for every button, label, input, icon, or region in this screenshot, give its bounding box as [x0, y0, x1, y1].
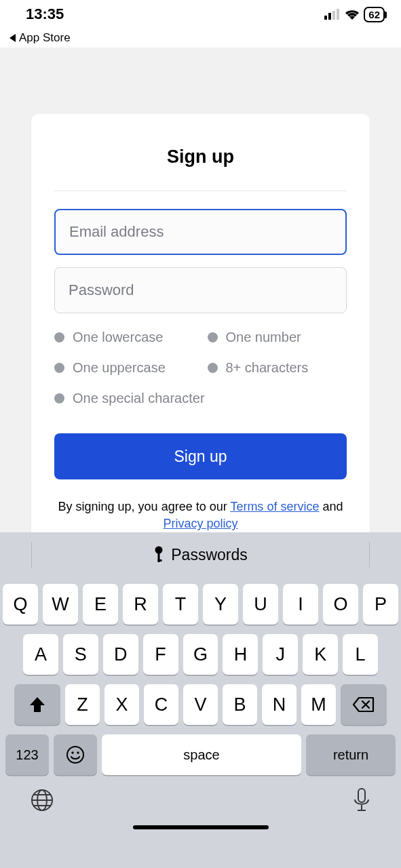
- back-triangle-icon: [9, 34, 16, 42]
- status-bar: 13:35 62: [0, 0, 401, 28]
- svg-rect-6: [158, 559, 162, 561]
- privacy-link[interactable]: Privacy policy: [163, 517, 237, 530]
- key-c[interactable]: C: [144, 684, 178, 725]
- cellular-icon: [324, 9, 341, 20]
- rule-special: One special character: [54, 391, 347, 406]
- back-label: App Store: [19, 31, 71, 45]
- rule-label: One number: [226, 330, 301, 345]
- key-l[interactable]: L: [343, 634, 378, 675]
- key-g[interactable]: G: [183, 634, 218, 675]
- key-row-4: 123 space return: [3, 734, 398, 775]
- key-h[interactable]: H: [223, 634, 258, 675]
- rule-dot-icon: [54, 363, 64, 373]
- status-time: 13:35: [26, 5, 64, 23]
- rule-lowercase: One lowercase: [54, 330, 194, 345]
- svg-rect-2: [332, 11, 335, 20]
- key-return[interactable]: return: [306, 734, 396, 775]
- mic-icon[interactable]: [352, 787, 371, 813]
- svg-rect-0: [324, 16, 327, 20]
- svg-point-4: [155, 547, 163, 554]
- rule-dot-icon: [208, 363, 218, 373]
- key-shift[interactable]: [14, 684, 60, 725]
- svg-point-9: [77, 751, 79, 753]
- key-row-2: A S D F G H J K L: [3, 634, 398, 675]
- key-m[interactable]: M: [301, 684, 336, 725]
- key-t[interactable]: T: [163, 584, 198, 625]
- key-a[interactable]: A: [23, 634, 58, 675]
- passwords-label: Passwords: [171, 546, 247, 564]
- status-icons: 62: [324, 7, 385, 22]
- key-backspace[interactable]: [341, 684, 387, 725]
- agree-prefix: By signing up, you agree to our: [58, 500, 231, 513]
- key-p[interactable]: P: [363, 584, 398, 625]
- key-z[interactable]: Z: [65, 684, 100, 725]
- key-v[interactable]: V: [183, 684, 218, 725]
- rule-uppercase: One uppercase: [54, 360, 194, 376]
- key-emoji[interactable]: [54, 734, 97, 775]
- home-indicator[interactable]: [133, 825, 269, 829]
- svg-rect-1: [328, 13, 331, 20]
- wifi-icon: [345, 9, 360, 20]
- key-i[interactable]: I: [283, 584, 318, 625]
- rule-chars: 8+ characters: [208, 360, 347, 376]
- page-title: Sign up: [54, 146, 347, 167]
- svg-rect-13: [358, 789, 365, 802]
- separator: [31, 542, 32, 568]
- key-u[interactable]: U: [243, 584, 278, 625]
- keyboard: Passwords Q W E R T Y U I O P A S D F G …: [0, 532, 401, 868]
- key-w[interactable]: W: [43, 584, 78, 625]
- rule-label: One lowercase: [73, 330, 163, 345]
- rule-label: One uppercase: [73, 360, 166, 376]
- key-f[interactable]: F: [143, 634, 178, 675]
- divider: [54, 191, 347, 191]
- password-rules: One lowercase One number One uppercase 8…: [54, 330, 347, 406]
- svg-point-8: [71, 751, 73, 753]
- key-space[interactable]: space: [102, 734, 301, 775]
- rule-dot-icon: [54, 393, 64, 403]
- globe-icon[interactable]: [30, 788, 54, 812]
- key-k[interactable]: K: [303, 634, 338, 675]
- key-j[interactable]: J: [263, 634, 298, 675]
- content-area: Sign up One lowercase One number One upp…: [0, 47, 401, 532]
- email-field[interactable]: [54, 209, 347, 255]
- agree-mid: and: [319, 500, 343, 513]
- key-d[interactable]: D: [103, 634, 138, 675]
- key-r[interactable]: R: [123, 584, 158, 625]
- key-x[interactable]: X: [104, 684, 139, 725]
- back-to-app[interactable]: App Store: [0, 28, 401, 47]
- key-icon: [153, 546, 164, 564]
- key-e[interactable]: E: [83, 584, 118, 625]
- svg-point-7: [67, 747, 83, 763]
- signup-card: Sign up One lowercase One number One upp…: [31, 114, 370, 539]
- password-field[interactable]: [54, 267, 347, 313]
- key-numbers[interactable]: 123: [5, 734, 49, 775]
- key-n[interactable]: N: [262, 684, 297, 725]
- rule-number: One number: [208, 330, 347, 345]
- rule-dot-icon: [54, 332, 64, 342]
- separator: [369, 542, 370, 568]
- signup-button[interactable]: Sign up: [54, 433, 347, 479]
- passwords-suggestion[interactable]: Passwords: [0, 532, 401, 577]
- svg-rect-3: [337, 9, 339, 20]
- key-row-3: Z X C V B N M: [3, 684, 398, 725]
- key-row-1: Q W E R T Y U I O P: [3, 584, 398, 625]
- rule-label: One special character: [73, 391, 205, 406]
- rule-dot-icon: [208, 332, 218, 342]
- agree-text: By signing up, you agree to our Terms of…: [54, 498, 347, 532]
- keyboard-bottom-bar: [0, 775, 401, 813]
- key-b[interactable]: B: [223, 684, 257, 725]
- key-o[interactable]: O: [323, 584, 358, 625]
- terms-link[interactable]: Terms of service: [230, 500, 319, 513]
- key-y[interactable]: Y: [203, 584, 238, 625]
- key-s[interactable]: S: [63, 634, 98, 675]
- key-rows: Q W E R T Y U I O P A S D F G H J K L Z: [0, 577, 401, 775]
- rule-label: 8+ characters: [226, 360, 309, 376]
- key-q[interactable]: Q: [3, 584, 38, 625]
- battery-icon: 62: [364, 7, 385, 22]
